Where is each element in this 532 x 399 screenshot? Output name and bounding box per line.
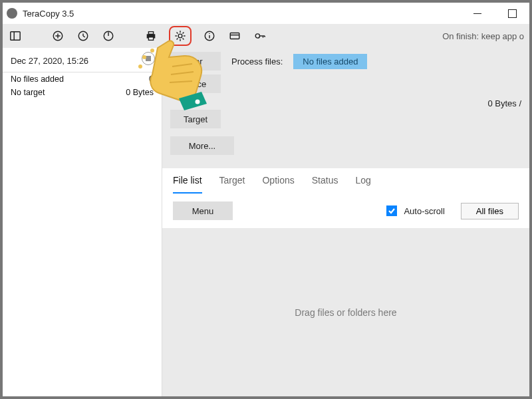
process-files-label: Process files: (231, 57, 283, 66)
files-count: 0 (149, 74, 154, 84)
svg-rect-25 (230, 33, 239, 39)
settings-icon[interactable] (169, 26, 192, 46)
app-window: TeraCopy 3.5 (0, 0, 532, 399)
tabs: File list Target Options Status Log (162, 168, 529, 194)
autoscroll-checkbox[interactable] (386, 205, 397, 216)
left-panel: Dec 27, 2020, 15:26 No files added 0 No … (3, 48, 162, 396)
tab-target[interactable]: Target (219, 175, 245, 194)
bytes-summary: 0 Bytes / (487, 98, 521, 108)
on-finish-label[interactable]: On finish: keep app o (442, 31, 524, 41)
autoscroll-label: Auto-scroll (404, 206, 444, 216)
svg-rect-0 (11, 32, 20, 41)
target-bytes: 0 Bytes (126, 88, 154, 97)
window-title: TeraCopy 3.5 (23, 9, 74, 19)
body: Dec 27, 2020, 15:26 No files added 0 No … (3, 48, 529, 396)
info-icon[interactable] (202, 29, 217, 43)
action-row: Menu Auto-scroll All files (162, 194, 529, 228)
source-button[interactable]: ource (170, 74, 221, 93)
svg-point-24 (209, 33, 209, 34)
power-icon[interactable] (101, 29, 116, 43)
card-icon[interactable] (227, 29, 242, 43)
all-files-filter[interactable]: All files (461, 203, 519, 219)
svg-line-7 (83, 36, 85, 37)
svg-line-20 (177, 39, 178, 40)
job-stat-files: No files added 0 (3, 72, 162, 86)
target-label: No target (11, 88, 45, 97)
job-stat-target: No target 0 Bytes (3, 86, 162, 99)
key-icon[interactable] (253, 29, 267, 43)
svg-point-13 (178, 34, 182, 38)
job-header[interactable]: Dec 27, 2020, 15:26 (3, 48, 162, 69)
toolbar: On finish: keep app o (3, 24, 529, 48)
menu-button[interactable]: Menu (173, 201, 233, 220)
drop-hint: Drag files or folders here (295, 307, 396, 318)
stop-icon[interactable] (142, 52, 155, 65)
minimize-button[interactable] (468, 5, 487, 21)
svg-line-21 (183, 33, 184, 34)
title-bar: TeraCopy 3.5 (3, 3, 529, 24)
target-button[interactable]: Target (170, 110, 221, 128)
maximize-button[interactable] (503, 5, 521, 21)
files-label: No files added (11, 74, 64, 84)
more-button[interactable]: More... (170, 136, 234, 155)
process-files-pill: No files added (293, 54, 367, 69)
svg-rect-12 (148, 37, 153, 41)
svg-rect-11 (148, 32, 153, 35)
svg-line-19 (183, 39, 184, 40)
add-icon[interactable] (51, 29, 65, 43)
panel-icon[interactable] (8, 29, 23, 43)
right-panel: ilter Process files: No files added ourc… (162, 48, 529, 396)
print-icon[interactable] (144, 29, 158, 43)
svg-point-27 (255, 34, 259, 38)
tab-options[interactable]: Options (262, 175, 294, 194)
drop-zone[interactable]: Drag files or folders here (162, 228, 529, 396)
tab-file-list[interactable]: File list (173, 175, 202, 194)
window-buttons (468, 5, 525, 21)
tab-status[interactable]: Status (312, 175, 338, 194)
tab-log[interactable]: Log (355, 175, 370, 194)
history-icon[interactable] (76, 29, 90, 43)
app-icon (7, 8, 17, 19)
job-date: Dec 27, 2020, 15:26 (11, 56, 88, 66)
filter-button[interactable]: ilter (170, 52, 221, 70)
svg-line-18 (177, 33, 178, 34)
